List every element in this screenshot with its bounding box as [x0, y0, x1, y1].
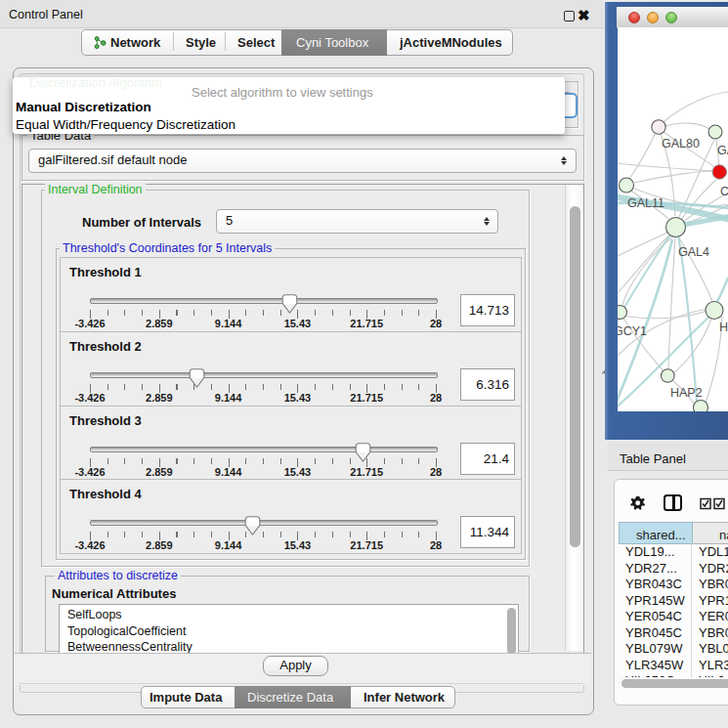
svg-text:GAL80: GAL80 [662, 137, 700, 150]
svg-text:GAL4: GAL4 [678, 245, 709, 259]
svg-text:H: H [719, 321, 728, 334]
svg-text:C: C [720, 185, 728, 198]
svg-text:GAL11: GAL11 [627, 196, 664, 210]
svg-text:GA: GA [717, 144, 728, 157]
svg-text:HAP2: HAP2 [670, 386, 703, 400]
svg-text:GCY1: GCY1 [618, 324, 647, 338]
